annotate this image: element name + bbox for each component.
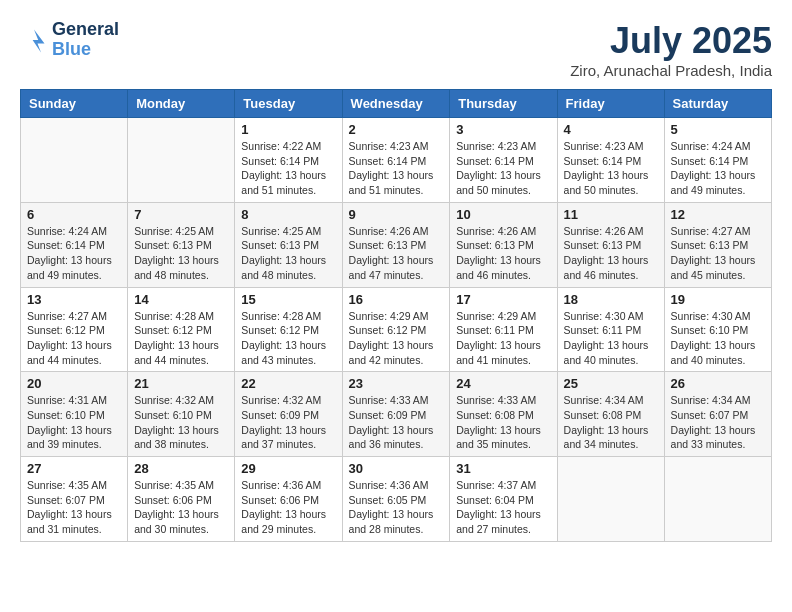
day-info: Sunrise: 4:26 AM Sunset: 6:13 PM Dayligh… [564, 224, 658, 283]
calendar-header-row: SundayMondayTuesdayWednesdayThursdayFrid… [21, 90, 772, 118]
day-info: Sunrise: 4:32 AM Sunset: 6:10 PM Dayligh… [134, 393, 228, 452]
calendar-cell: 31 Sunrise: 4:37 AM Sunset: 6:04 PM Dayl… [450, 457, 557, 542]
day-number: 30 [349, 461, 444, 476]
day-number: 24 [456, 376, 550, 391]
calendar-cell [128, 118, 235, 203]
calendar-week-4: 20 Sunrise: 4:31 AM Sunset: 6:10 PM Dayl… [21, 372, 772, 457]
calendar-cell: 2 Sunrise: 4:23 AM Sunset: 6:14 PM Dayli… [342, 118, 450, 203]
day-number: 25 [564, 376, 658, 391]
weekday-header-wednesday: Wednesday [342, 90, 450, 118]
calendar-cell: 30 Sunrise: 4:36 AM Sunset: 6:05 PM Dayl… [342, 457, 450, 542]
logo-icon [20, 26, 48, 54]
calendar-cell: 17 Sunrise: 4:29 AM Sunset: 6:11 PM Dayl… [450, 287, 557, 372]
calendar-cell: 26 Sunrise: 4:34 AM Sunset: 6:07 PM Dayl… [664, 372, 771, 457]
calendar-cell: 23 Sunrise: 4:33 AM Sunset: 6:09 PM Dayl… [342, 372, 450, 457]
calendar-cell: 4 Sunrise: 4:23 AM Sunset: 6:14 PM Dayli… [557, 118, 664, 203]
calendar-cell: 1 Sunrise: 4:22 AM Sunset: 6:14 PM Dayli… [235, 118, 342, 203]
day-info: Sunrise: 4:22 AM Sunset: 6:14 PM Dayligh… [241, 139, 335, 198]
calendar-cell: 18 Sunrise: 4:30 AM Sunset: 6:11 PM Dayl… [557, 287, 664, 372]
day-info: Sunrise: 4:37 AM Sunset: 6:04 PM Dayligh… [456, 478, 550, 537]
calendar-cell: 20 Sunrise: 4:31 AM Sunset: 6:10 PM Dayl… [21, 372, 128, 457]
calendar-cell: 11 Sunrise: 4:26 AM Sunset: 6:13 PM Dayl… [557, 202, 664, 287]
day-number: 19 [671, 292, 765, 307]
day-number: 15 [241, 292, 335, 307]
day-number: 26 [671, 376, 765, 391]
svg-marker-0 [33, 29, 45, 52]
day-number: 21 [134, 376, 228, 391]
logo-text: General Blue [52, 20, 119, 60]
day-info: Sunrise: 4:28 AM Sunset: 6:12 PM Dayligh… [241, 309, 335, 368]
day-number: 31 [456, 461, 550, 476]
day-info: Sunrise: 4:27 AM Sunset: 6:12 PM Dayligh… [27, 309, 121, 368]
day-info: Sunrise: 4:30 AM Sunset: 6:10 PM Dayligh… [671, 309, 765, 368]
day-info: Sunrise: 4:36 AM Sunset: 6:05 PM Dayligh… [349, 478, 444, 537]
day-info: Sunrise: 4:25 AM Sunset: 6:13 PM Dayligh… [134, 224, 228, 283]
day-info: Sunrise: 4:29 AM Sunset: 6:12 PM Dayligh… [349, 309, 444, 368]
title-block: July 2025 Ziro, Arunachal Pradesh, India [570, 20, 772, 79]
page-header: General Blue July 2025 Ziro, Arunachal P… [20, 20, 772, 79]
day-info: Sunrise: 4:34 AM Sunset: 6:08 PM Dayligh… [564, 393, 658, 452]
day-number: 17 [456, 292, 550, 307]
day-number: 6 [27, 207, 121, 222]
calendar-cell: 13 Sunrise: 4:27 AM Sunset: 6:12 PM Dayl… [21, 287, 128, 372]
day-info: Sunrise: 4:35 AM Sunset: 6:06 PM Dayligh… [134, 478, 228, 537]
location: Ziro, Arunachal Pradesh, India [570, 62, 772, 79]
calendar-cell: 15 Sunrise: 4:28 AM Sunset: 6:12 PM Dayl… [235, 287, 342, 372]
calendar-week-1: 1 Sunrise: 4:22 AM Sunset: 6:14 PM Dayli… [21, 118, 772, 203]
day-info: Sunrise: 4:31 AM Sunset: 6:10 PM Dayligh… [27, 393, 121, 452]
day-number: 10 [456, 207, 550, 222]
calendar-cell: 19 Sunrise: 4:30 AM Sunset: 6:10 PM Dayl… [664, 287, 771, 372]
day-number: 7 [134, 207, 228, 222]
day-info: Sunrise: 4:23 AM Sunset: 6:14 PM Dayligh… [564, 139, 658, 198]
day-info: Sunrise: 4:33 AM Sunset: 6:08 PM Dayligh… [456, 393, 550, 452]
day-number: 20 [27, 376, 121, 391]
calendar-cell: 27 Sunrise: 4:35 AM Sunset: 6:07 PM Dayl… [21, 457, 128, 542]
day-number: 16 [349, 292, 444, 307]
calendar-week-5: 27 Sunrise: 4:35 AM Sunset: 6:07 PM Dayl… [21, 457, 772, 542]
day-info: Sunrise: 4:24 AM Sunset: 6:14 PM Dayligh… [671, 139, 765, 198]
day-info: Sunrise: 4:36 AM Sunset: 6:06 PM Dayligh… [241, 478, 335, 537]
calendar-cell [664, 457, 771, 542]
calendar-cell [21, 118, 128, 203]
day-info: Sunrise: 4:23 AM Sunset: 6:14 PM Dayligh… [456, 139, 550, 198]
calendar-cell: 5 Sunrise: 4:24 AM Sunset: 6:14 PM Dayli… [664, 118, 771, 203]
weekday-header-sunday: Sunday [21, 90, 128, 118]
day-info: Sunrise: 4:23 AM Sunset: 6:14 PM Dayligh… [349, 139, 444, 198]
day-number: 28 [134, 461, 228, 476]
day-info: Sunrise: 4:32 AM Sunset: 6:09 PM Dayligh… [241, 393, 335, 452]
weekday-header-thursday: Thursday [450, 90, 557, 118]
calendar-cell: 12 Sunrise: 4:27 AM Sunset: 6:13 PM Dayl… [664, 202, 771, 287]
day-number: 18 [564, 292, 658, 307]
calendar-week-2: 6 Sunrise: 4:24 AM Sunset: 6:14 PM Dayli… [21, 202, 772, 287]
day-info: Sunrise: 4:29 AM Sunset: 6:11 PM Dayligh… [456, 309, 550, 368]
calendar-cell: 25 Sunrise: 4:34 AM Sunset: 6:08 PM Dayl… [557, 372, 664, 457]
weekday-header-monday: Monday [128, 90, 235, 118]
day-info: Sunrise: 4:25 AM Sunset: 6:13 PM Dayligh… [241, 224, 335, 283]
calendar-cell: 6 Sunrise: 4:24 AM Sunset: 6:14 PM Dayli… [21, 202, 128, 287]
calendar-cell: 24 Sunrise: 4:33 AM Sunset: 6:08 PM Dayl… [450, 372, 557, 457]
day-info: Sunrise: 4:24 AM Sunset: 6:14 PM Dayligh… [27, 224, 121, 283]
calendar-cell [557, 457, 664, 542]
day-info: Sunrise: 4:26 AM Sunset: 6:13 PM Dayligh… [349, 224, 444, 283]
calendar-week-3: 13 Sunrise: 4:27 AM Sunset: 6:12 PM Dayl… [21, 287, 772, 372]
calendar-cell: 10 Sunrise: 4:26 AM Sunset: 6:13 PM Dayl… [450, 202, 557, 287]
logo: General Blue [20, 20, 119, 60]
day-info: Sunrise: 4:35 AM Sunset: 6:07 PM Dayligh… [27, 478, 121, 537]
calendar-table: SundayMondayTuesdayWednesdayThursdayFrid… [20, 89, 772, 542]
day-number: 2 [349, 122, 444, 137]
weekday-header-tuesday: Tuesday [235, 90, 342, 118]
day-number: 5 [671, 122, 765, 137]
day-number: 22 [241, 376, 335, 391]
day-number: 3 [456, 122, 550, 137]
day-number: 27 [27, 461, 121, 476]
day-number: 9 [349, 207, 444, 222]
calendar-cell: 8 Sunrise: 4:25 AM Sunset: 6:13 PM Dayli… [235, 202, 342, 287]
day-number: 23 [349, 376, 444, 391]
day-number: 11 [564, 207, 658, 222]
calendar-cell: 22 Sunrise: 4:32 AM Sunset: 6:09 PM Dayl… [235, 372, 342, 457]
weekday-header-saturday: Saturday [664, 90, 771, 118]
calendar-cell: 14 Sunrise: 4:28 AM Sunset: 6:12 PM Dayl… [128, 287, 235, 372]
day-number: 4 [564, 122, 658, 137]
day-info: Sunrise: 4:30 AM Sunset: 6:11 PM Dayligh… [564, 309, 658, 368]
calendar-cell: 9 Sunrise: 4:26 AM Sunset: 6:13 PM Dayli… [342, 202, 450, 287]
